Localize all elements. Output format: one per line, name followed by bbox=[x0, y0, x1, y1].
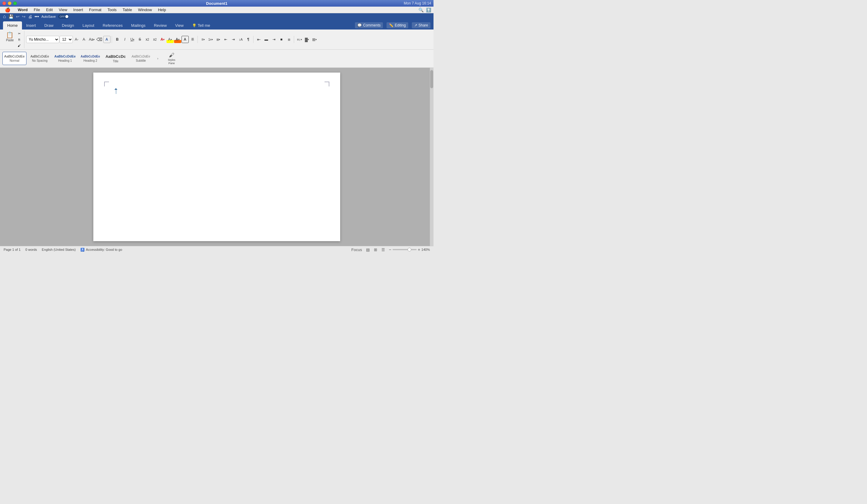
tab-review[interactable]: Review bbox=[150, 21, 171, 30]
home-icon[interactable]: ⌂ bbox=[3, 14, 6, 19]
statusbar: Page 1 of 1 0 words English (United Stat… bbox=[0, 246, 434, 252]
paste-button[interactable]: 📋 Paste bbox=[4, 31, 16, 48]
superscript-button[interactable]: x2 bbox=[151, 36, 159, 43]
align-right-button[interactable]: ⇥ bbox=[270, 36, 278, 43]
styles-pane-button[interactable]: 🖌 StylesPane bbox=[164, 51, 180, 66]
font-size-select[interactable]: 12 bbox=[60, 36, 73, 43]
align-left-button[interactable]: ⇤ bbox=[255, 36, 263, 43]
tab-mailings[interactable]: Mailings bbox=[127, 21, 150, 30]
grow-font-button[interactable]: A+ bbox=[73, 36, 81, 43]
bold-button[interactable]: B bbox=[114, 36, 121, 43]
more-styles-button[interactable]: › bbox=[154, 55, 161, 62]
editing-button[interactable]: ✏️ Editing bbox=[387, 22, 408, 28]
undo-icon[interactable]: ↩ bbox=[16, 14, 20, 19]
share-icon[interactable]: ⬆️ bbox=[426, 8, 431, 12]
tab-references[interactable]: References bbox=[98, 21, 127, 30]
web-layout-button[interactable]: ⊞ bbox=[373, 247, 378, 252]
outline-view-button[interactable]: ☰ bbox=[381, 247, 386, 252]
clear-formatting-button[interactable]: ⌫ bbox=[96, 36, 103, 43]
menu-file[interactable]: File bbox=[31, 7, 42, 13]
menu-view[interactable]: View bbox=[56, 7, 69, 13]
align-center-button[interactable]: ▬ bbox=[263, 36, 270, 43]
phonetic-guide-button[interactable]: 亜 bbox=[189, 36, 196, 43]
accessibility-status[interactable]: ♿ Accessibility: Good to go bbox=[81, 248, 122, 252]
menu-insert[interactable]: Insert bbox=[71, 7, 85, 13]
tab-home[interactable]: Home bbox=[3, 21, 22, 30]
menu-format[interactable]: Format bbox=[87, 7, 104, 13]
underline-button[interactable]: U▾ bbox=[129, 36, 136, 43]
change-case-button[interactable]: Aa▾ bbox=[88, 36, 95, 43]
style-heading2[interactable]: AaBbCcDdEe Heading 2 bbox=[78, 52, 103, 65]
font-name-select[interactable]: Yu Mincho... bbox=[26, 36, 59, 43]
zoom-in-button[interactable]: + bbox=[418, 247, 420, 252]
highlight-color-button[interactable]: A▾ bbox=[167, 36, 174, 43]
minimize-button[interactable] bbox=[8, 1, 11, 5]
format-painter-button[interactable]: 🖌 bbox=[16, 43, 22, 48]
titlebar-time: Mon 7 Aug 16:14 bbox=[404, 1, 431, 6]
borders-button[interactable]: ⊞▾ bbox=[311, 36, 318, 43]
style-no-spacing[interactable]: AaBbCcDdEe No Spacing bbox=[28, 52, 52, 65]
style-heading1[interactable]: AaBbCcDdEe Heading 1 bbox=[53, 52, 77, 65]
pencil-icon: ✏️ bbox=[389, 23, 394, 28]
autosave-toggle[interactable]: OFF bbox=[58, 14, 69, 19]
save-icon[interactable]: 💾 bbox=[8, 14, 13, 19]
cut-button[interactable]: ✂ bbox=[16, 31, 22, 36]
zoom-level: 140% bbox=[421, 248, 430, 251]
tab-insert[interactable]: Insert bbox=[22, 21, 40, 30]
zoom-out-button[interactable]: − bbox=[389, 247, 391, 252]
increase-indent-button[interactable]: ⇥ bbox=[230, 36, 237, 43]
vertical-scrollbar[interactable] bbox=[430, 68, 434, 246]
page-indicator: Page 1 of 1 bbox=[3, 248, 21, 251]
shading-button[interactable]: ▓▾ bbox=[303, 36, 311, 43]
tab-layout[interactable]: Layout bbox=[78, 21, 98, 30]
focus-button[interactable]: Focus bbox=[351, 247, 363, 252]
menu-word[interactable]: Word bbox=[15, 7, 30, 13]
sort-button[interactable]: ↕A bbox=[237, 36, 244, 43]
style-normal[interactable]: AaBbCcDdEe Normal bbox=[2, 52, 26, 65]
text-effects-button[interactable]: A bbox=[103, 36, 110, 43]
line-spacing-button[interactable]: ≡↕▾ bbox=[296, 36, 303, 43]
bullet-list-button[interactable]: ≡▾ bbox=[200, 36, 207, 43]
menu-table[interactable]: Table bbox=[120, 7, 134, 13]
multilevel-list-button[interactable]: ⊞▾ bbox=[215, 36, 222, 43]
subscript-button[interactable]: x2 bbox=[144, 36, 151, 43]
menu-tools[interactable]: Tools bbox=[105, 7, 119, 13]
apple-menu[interactable]: 🍎 bbox=[2, 7, 13, 13]
distribute-button[interactable]: ⊞ bbox=[286, 36, 292, 43]
close-button[interactable] bbox=[2, 1, 6, 5]
menu-edit[interactable]: Edit bbox=[44, 7, 55, 13]
comments-button[interactable]: 💬 Comments bbox=[355, 22, 383, 28]
decrease-indent-button[interactable]: ⇤ bbox=[222, 36, 229, 43]
redo-icon[interactable]: ↪ bbox=[22, 14, 25, 19]
zoom-controls: − + 140% bbox=[389, 247, 430, 252]
tab-view[interactable]: View bbox=[171, 21, 188, 30]
numbered-list-button[interactable]: 1≡▾ bbox=[207, 36, 214, 43]
strikethrough-button[interactable]: S bbox=[136, 36, 143, 43]
menu-help[interactable]: Help bbox=[156, 7, 169, 13]
text-border-button[interactable]: A bbox=[182, 36, 189, 43]
style-subtitle[interactable]: AaBbCcDdEe Subtitle bbox=[129, 52, 153, 65]
tab-tell-me[interactable]: 💡 Tell me bbox=[188, 21, 214, 30]
print-layout-button[interactable]: ▤ bbox=[365, 247, 370, 252]
copy-button[interactable]: ⎘ bbox=[16, 37, 22, 42]
style-title[interactable]: AaBbCcDc Title bbox=[104, 52, 128, 65]
scrollbar-thumb[interactable] bbox=[430, 70, 433, 88]
zoom-slider[interactable] bbox=[393, 249, 417, 250]
share-button[interactable]: ↗ Share bbox=[412, 22, 430, 28]
justify-button[interactable]: ■ bbox=[278, 36, 285, 43]
maximize-button[interactable] bbox=[13, 1, 17, 5]
search-button[interactable]: 🔍 bbox=[418, 8, 424, 12]
more-icon[interactable]: ••• bbox=[35, 14, 39, 19]
traffic-lights bbox=[2, 1, 17, 5]
italic-button[interactable]: I bbox=[121, 36, 129, 43]
tab-draw[interactable]: Draw bbox=[40, 21, 57, 30]
show-hide-button[interactable]: ¶ bbox=[245, 36, 252, 43]
print-icon[interactable]: 🖨 bbox=[28, 14, 32, 19]
text-shading-button[interactable]: A▾ bbox=[174, 36, 181, 43]
font-color-button[interactable]: A▾ bbox=[159, 36, 166, 43]
menu-window[interactable]: Window bbox=[136, 7, 154, 13]
shrink-font-button[interactable]: A- bbox=[81, 36, 88, 43]
document-content[interactable] bbox=[114, 90, 319, 211]
document-page[interactable] bbox=[93, 73, 340, 241]
tab-design[interactable]: Design bbox=[58, 21, 78, 30]
